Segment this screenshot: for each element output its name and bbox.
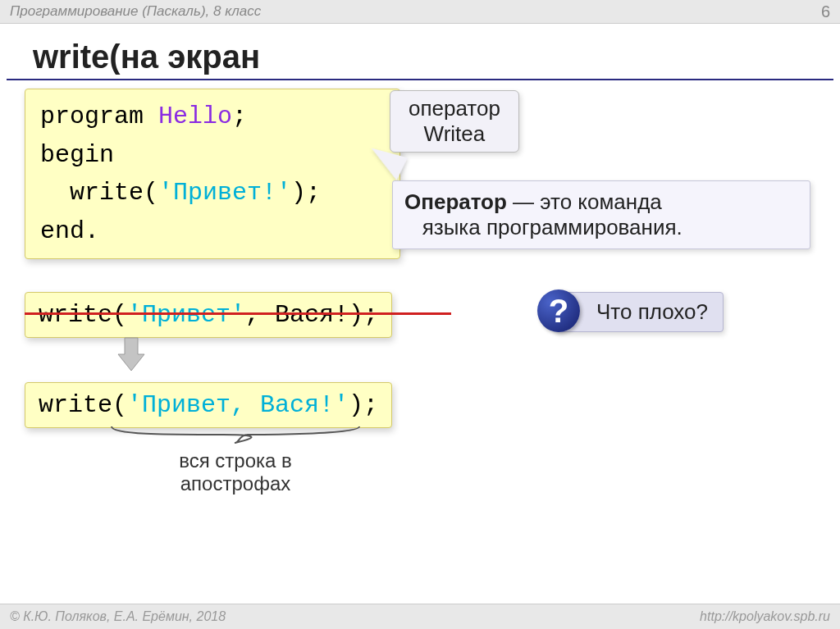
page-number: 6 — [821, 2, 830, 21]
kw-program: program — [40, 103, 144, 130]
slide-title: write(на экран — [33, 39, 260, 75]
code-block-good: write('Привет, Вася!'); — [25, 382, 392, 428]
footer-url: http://kpolyakov.spb.ru — [700, 609, 830, 624]
header-title: Программирование (Паскаль), 8 класс — [10, 3, 261, 20]
kw-end: end. — [40, 217, 99, 245]
code-block-main: program Hello; begin write('Привет!'); e… — [25, 89, 400, 259]
name-hello: Hello — [144, 103, 232, 130]
brace-annotation: вся строка в апострофах — [108, 425, 363, 495]
brace-icon — [108, 425, 363, 446]
kw-begin: begin — [40, 141, 114, 169]
arrow-down-icon — [115, 335, 148, 382]
question-box: ? Что плохо? — [555, 292, 724, 332]
question-mark-icon: ? — [537, 289, 580, 332]
slide-body: program Hello; begin write('Привет!'); e… — [0, 80, 840, 556]
str-privet: 'Привет!' — [158, 179, 291, 207]
header-bar: Программирование (Паскаль), 8 класс 6 — [0, 0, 840, 24]
footer-copyright: © К.Ю. Поляков, Е.А. Ерёмин, 2018 — [10, 609, 226, 624]
footer-bar: © К.Ю. Поляков, Е.А. Ерёмин, 2018 http:/… — [0, 604, 840, 629]
definition-box: Оператор — это команда языка программиро… — [392, 180, 810, 249]
definition-term: Оператор — [404, 189, 507, 214]
strike-line-icon — [25, 312, 451, 315]
title-area: write(на экран — [7, 24, 833, 80]
callout-operator: оператор Writea — [390, 90, 519, 153]
code-block-bad: write('Привет', Вася!); — [25, 292, 392, 338]
question-text: Что плохо? — [596, 299, 708, 324]
